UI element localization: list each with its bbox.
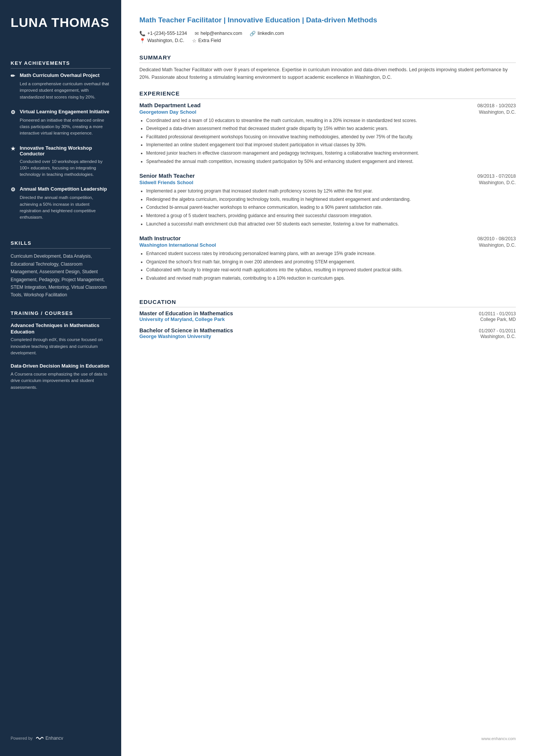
skills-section-title: SKILLS (11, 240, 111, 249)
exp-dates: 09/2013 - 07/2018 (478, 174, 516, 179)
edu-degree: Master of Education in Mathematics (139, 310, 233, 316)
main-content: Math Teacher Facilitator | Innovative Ed… (121, 0, 534, 756)
achievement-desc: Pioneered an initiative that enhanced on… (11, 117, 111, 137)
linkedin-value: linkedin.com (258, 31, 284, 36)
achievement-icon: ⚙ (11, 109, 17, 115)
education-section-title: EDUCATION (139, 299, 516, 307)
achievement-item: ✏ Math Curriculum Overhaul Project Led a… (11, 72, 111, 100)
candidate-name: LUNA THOMAS (11, 15, 111, 30)
bullet-item: Implemented a peer tutoring program that… (146, 188, 516, 195)
contact-extra: ☆ Extra Field (192, 38, 221, 44)
sidebar-footer: Powered by Enhancv (11, 724, 111, 741)
phone-icon: 📞 (139, 31, 145, 36)
achievement-desc: Led a comprehensive curriculum overhaul … (11, 81, 111, 100)
exp-location: Washington, D.C. (479, 110, 516, 115)
achievement-icon: ✏ (11, 73, 17, 79)
achievement-title: ✏ Math Curriculum Overhaul Project (11, 72, 111, 79)
bullet-item: Launched a successful math enrichment cl… (146, 221, 516, 228)
achievement-desc: Directed the annual math competition, ac… (11, 194, 111, 221)
phone-value: +1-(234)-555-1234 (147, 31, 187, 36)
edu-location: Washington, D.C. (480, 334, 516, 339)
powered-by-label: Powered by (11, 736, 33, 740)
extra-value: Extra Field (198, 38, 221, 43)
exp-header: Senior Math Teacher 09/2013 - 07/2018 (139, 172, 516, 179)
achievements-section-title: KEY ACHIEVEMENTS (11, 60, 111, 69)
summary-section-title: SUMMARY (139, 54, 516, 63)
linkedin-icon: 🔗 (250, 31, 256, 36)
exp-subrow: Washington International School Washingt… (139, 242, 516, 248)
bullet-item: Collaborated with faculty to integrate r… (146, 266, 516, 274)
resume-container: LUNA THOMAS KEY ACHIEVEMENTS ✏ Math Curr… (0, 0, 534, 756)
experience-entry: Senior Math Teacher 09/2013 - 07/2018 Si… (139, 172, 516, 227)
training-title: Data-Driven Decision Making in Education (11, 363, 111, 369)
bullet-item: Enhanced student success rates by introd… (146, 250, 516, 257)
exp-org: Sidwell Friends School (139, 180, 193, 185)
edu-header: Bachelor of Science in Mathematics 01/20… (139, 327, 516, 333)
contact-email: ✉ help@enhancv.com (195, 31, 242, 36)
training-item: Data-Driven Decision Making in Education… (11, 363, 111, 391)
contact-row-2: 📍 Washington, D.C. ☆ Extra Field (139, 38, 516, 44)
achievements-list: ✏ Math Curriculum Overhaul Project Led a… (11, 72, 111, 229)
achievement-title: ⚙ Virtual Learning Engagement Initiative (11, 109, 111, 115)
education-entry: Master of Education in Mathematics 01/20… (139, 310, 516, 322)
bullet-item: Facilitated professional development wor… (146, 133, 516, 141)
edu-degree: Bachelor of Science in Mathematics (139, 327, 233, 333)
bullet-item: Organized the school's first math fair, … (146, 258, 516, 266)
edu-header: Master of Education in Mathematics 01/20… (139, 310, 516, 316)
enhancv-logo: Enhancv (36, 736, 63, 741)
exp-dates: 08/2010 - 08/2013 (478, 236, 516, 241)
exp-bullets: Implemented a peer tutoring program that… (139, 188, 516, 227)
achievement-item: ★ Innovative Teaching Workshop Conductor… (11, 145, 111, 178)
edu-subrow: George Washington University Washington,… (139, 333, 516, 339)
training-desc: Completed through edX, this course focus… (11, 337, 111, 356)
main-footer: www.enhancv.com (139, 729, 516, 741)
achievement-item: ⚙ Virtual Learning Engagement Initiative… (11, 109, 111, 137)
contact-phone: 📞 +1-(234)-555-1234 (139, 31, 187, 36)
summary-text: Dedicated Math Teacher Facilitator with … (139, 66, 516, 81)
achievement-icon: ⚙ (11, 186, 17, 193)
location-icon: 📍 (139, 38, 145, 44)
bullet-item: Conducted bi-annual parent-teacher works… (146, 204, 516, 211)
edu-dates: 01/2011 - 01/2013 (479, 311, 516, 316)
exp-header: Math Department Lead 08/2018 - 10/2023 (139, 102, 516, 108)
exp-header: Math Instructor 08/2010 - 08/2013 (139, 235, 516, 241)
exp-subrow: Georgetown Day School Washington, D.C. (139, 109, 516, 115)
edu-dates: 01/2007 - 01/2011 (479, 328, 516, 333)
edu-school: George Washington University (139, 333, 211, 339)
training-item: Advanced Techniques in Mathematics Educa… (11, 322, 111, 357)
bullet-item: Evaluated and revised math program mater… (146, 275, 516, 282)
bullet-item: Coordinated and led a team of 10 educato… (146, 117, 516, 124)
contact-row: 📞 +1-(234)-555-1234 ✉ help@enhancv.com 🔗… (139, 31, 516, 36)
achievement-title: ⚙ Annual Math Competition Leadership (11, 186, 111, 193)
enhancv-brand-name: Enhancv (45, 736, 63, 741)
main-header-title: Math Teacher Facilitator | Innovative Ed… (139, 15, 516, 25)
skills-text: Curriculum Development, Data Analysis, E… (11, 252, 111, 299)
exp-dates: 08/2018 - 10/2023 (478, 103, 516, 108)
email-value: help@enhancv.com (201, 31, 242, 36)
exp-job-title: Math Instructor (139, 235, 181, 241)
exp-org: Georgetown Day School (139, 109, 196, 115)
exp-location: Washington, D.C. (479, 243, 516, 248)
edu-subrow: University of Maryland, College Park Col… (139, 316, 516, 322)
extra-icon: ☆ (192, 38, 197, 44)
edu-school: University of Maryland, College Park (139, 316, 225, 322)
achievement-desc: Conducted over 10 workshops attended by … (11, 158, 111, 178)
exp-location: Washington, D.C. (479, 180, 516, 185)
achievement-icon: ★ (11, 146, 17, 152)
edu-location: College Park, MD (480, 317, 516, 322)
education-list: Master of Education in Mathematics 01/20… (139, 310, 516, 344)
exp-job-title: Math Department Lead (139, 102, 201, 108)
training-list: Advanced Techniques in Mathematics Educa… (11, 322, 111, 398)
enhancv-icon (36, 736, 44, 741)
contact-location: 📍 Washington, D.C. (139, 38, 184, 44)
experience-list: Math Department Lead 08/2018 - 10/2023 G… (139, 102, 516, 290)
achievement-title-text: Math Curriculum Overhaul Project (20, 72, 100, 78)
bullet-item: Spearheaded the annual math competition,… (146, 158, 516, 165)
training-title: Advanced Techniques in Mathematics Educa… (11, 322, 111, 335)
experience-entry: Math Instructor 08/2010 - 08/2013 Washin… (139, 235, 516, 282)
bullet-item: Implemented an online student engagement… (146, 141, 516, 149)
bullet-item: Redesigned the algebra curriculum, incor… (146, 196, 516, 203)
training-desc: A Coursera course emphasizing the use of… (11, 371, 111, 391)
education-entry: Bachelor of Science in Mathematics 01/20… (139, 327, 516, 339)
bullet-item: Mentored a group of 5 student teachers, … (146, 212, 516, 219)
